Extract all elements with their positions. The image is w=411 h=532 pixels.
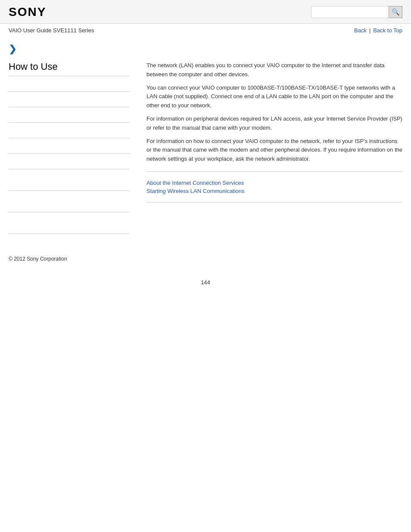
- guide-title: VAIO User Guide SVE1111 Series: [9, 27, 94, 34]
- search-area: 🔍: [311, 6, 402, 18]
- paragraph-2: You can connect your VAIO computer to 10…: [146, 84, 402, 110]
- sidebar-title: How to Use: [9, 61, 129, 76]
- link-internet-connection[interactable]: About the Internet Connection Services: [146, 180, 402, 186]
- nav-bar: VAIO User Guide SVE1111 Series Back | Ba…: [0, 24, 411, 37]
- sidebar: How to Use: [9, 61, 138, 234]
- page-number: 144: [0, 271, 411, 294]
- footer: © 2012 Sony Corporation: [0, 243, 411, 271]
- paragraph-1: The network (LAN) enables you to connect…: [146, 61, 402, 79]
- sidebar-item: [9, 191, 129, 212]
- chevron-area: ❯: [0, 37, 411, 57]
- header: SONY 🔍: [0, 0, 411, 24]
- content-area: The network (LAN) enables you to connect…: [138, 61, 402, 234]
- search-button[interactable]: 🔍: [389, 6, 402, 18]
- sony-logo: SONY: [9, 5, 46, 19]
- sidebar-item: [9, 169, 129, 191]
- sidebar-item: [9, 212, 129, 234]
- search-input[interactable]: [311, 6, 389, 18]
- sidebar-item: [9, 138, 129, 154]
- copyright: © 2012 Sony Corporation: [9, 256, 67, 262]
- sidebar-item: [9, 107, 129, 123]
- paragraph-4: For information on how to connect your V…: [146, 137, 402, 164]
- back-link[interactable]: Back: [354, 27, 367, 34]
- sidebar-item: [9, 92, 129, 107]
- nav-links: Back | Back to Top: [354, 27, 402, 34]
- content-links-divider: [146, 202, 402, 202]
- paragraph-3: For information on peripheral devices re…: [146, 115, 402, 133]
- nav-separator: |: [369, 27, 371, 34]
- main-content: How to Use The network (LAN) enables you…: [0, 57, 411, 243]
- content-divider: [146, 171, 402, 172]
- chevron-right-icon: ❯: [9, 44, 16, 54]
- sidebar-item: [9, 76, 129, 92]
- back-to-top-link[interactable]: Back to Top: [373, 27, 402, 34]
- sidebar-item: [9, 123, 129, 138]
- link-wireless-lan[interactable]: Starting Wireless LAN Communications: [146, 188, 402, 194]
- content-links: About the Internet Connection Services S…: [146, 180, 402, 194]
- search-icon: 🔍: [392, 8, 400, 16]
- sidebar-item: [9, 154, 129, 169]
